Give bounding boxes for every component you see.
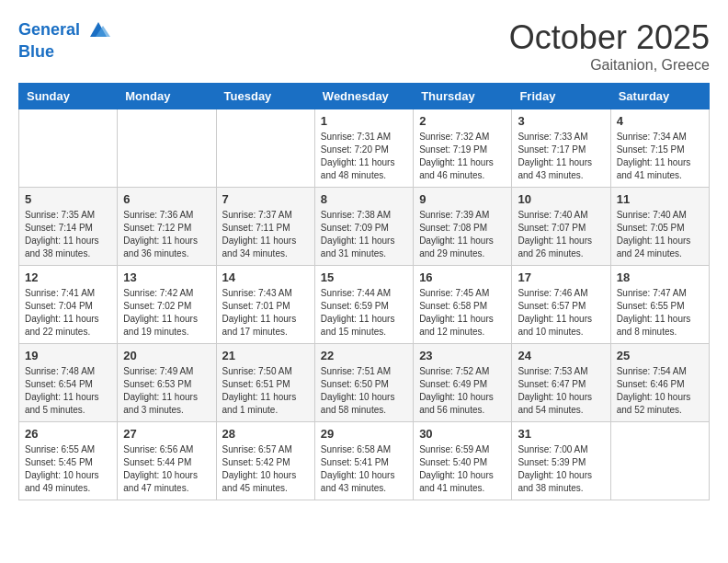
calendar-cell: 12Sunrise: 7:41 AM Sunset: 7:04 PM Dayli… (19, 266, 118, 344)
day-info: Sunrise: 6:56 AM Sunset: 5:44 PM Dayligh… (123, 443, 210, 495)
day-number: 2 (419, 114, 506, 128)
calendar-cell: 3Sunrise: 7:33 AM Sunset: 7:17 PM Daylig… (512, 109, 610, 188)
day-info: Sunrise: 7:41 AM Sunset: 7:04 PM Dayligh… (25, 287, 111, 339)
calendar-cell: 6Sunrise: 7:36 AM Sunset: 7:12 PM Daylig… (118, 188, 216, 266)
title-block: October 2025 Gaitanion, Greece (509, 18, 710, 74)
day-info: Sunrise: 7:47 AM Sunset: 6:55 PM Dayligh… (617, 287, 703, 339)
calendar-cell: 21Sunrise: 7:50 AM Sunset: 6:51 PM Dayli… (216, 344, 314, 422)
calendar-cell: 24Sunrise: 7:53 AM Sunset: 6:47 PM Dayli… (512, 344, 610, 422)
calendar-cell: 19Sunrise: 7:48 AM Sunset: 6:54 PM Dayli… (19, 344, 118, 422)
day-number: 22 (321, 349, 407, 362)
day-info: Sunrise: 7:44 AM Sunset: 6:59 PM Dayligh… (321, 287, 407, 339)
day-number: 9 (419, 192, 506, 206)
logo-icon (86, 18, 110, 42)
logo: General Blue (18, 18, 110, 62)
day-info: Sunrise: 7:40 AM Sunset: 7:07 PM Dayligh… (518, 209, 604, 260)
day-number: 31 (518, 427, 604, 441)
day-number: 6 (123, 192, 210, 206)
calendar-cell: 10Sunrise: 7:40 AM Sunset: 7:07 PM Dayli… (512, 188, 610, 266)
column-header-friday: Friday (512, 84, 610, 109)
day-number: 23 (419, 349, 506, 362)
day-info: Sunrise: 7:35 AM Sunset: 7:14 PM Dayligh… (25, 209, 111, 260)
day-info: Sunrise: 7:46 AM Sunset: 6:57 PM Dayligh… (518, 287, 604, 339)
calendar-cell: 25Sunrise: 7:54 AM Sunset: 6:46 PM Dayli… (610, 344, 709, 422)
calendar-cell: 1Sunrise: 7:31 AM Sunset: 7:20 PM Daylig… (314, 109, 413, 188)
column-header-monday: Monday (118, 84, 216, 109)
day-info: Sunrise: 7:52 AM Sunset: 6:49 PM Dayligh… (419, 365, 506, 417)
day-number: 3 (518, 114, 604, 128)
day-number: 15 (321, 270, 407, 284)
calendar-cell: 8Sunrise: 7:38 AM Sunset: 7:09 PM Daylig… (314, 188, 413, 266)
calendar-cell: 26Sunrise: 6:55 AM Sunset: 5:45 PM Dayli… (19, 422, 118, 500)
calendar-cell: 2Sunrise: 7:32 AM Sunset: 7:19 PM Daylig… (414, 109, 512, 188)
day-number: 28 (222, 427, 309, 441)
day-info: Sunrise: 7:00 AM Sunset: 5:39 PM Dayligh… (518, 443, 604, 495)
calendar-cell: 4Sunrise: 7:34 AM Sunset: 7:15 PM Daylig… (610, 109, 709, 188)
calendar-cell: 28Sunrise: 6:57 AM Sunset: 5:42 PM Dayli… (216, 422, 314, 500)
column-header-sunday: Sunday (19, 84, 118, 109)
day-number: 30 (419, 427, 506, 441)
day-info: Sunrise: 6:55 AM Sunset: 5:45 PM Dayligh… (25, 443, 111, 495)
calendar-cell: 16Sunrise: 7:45 AM Sunset: 6:58 PM Dayli… (414, 266, 512, 344)
week-row-1: 1Sunrise: 7:31 AM Sunset: 7:20 PM Daylig… (19, 109, 710, 188)
calendar-cell: 13Sunrise: 7:42 AM Sunset: 7:02 PM Dayli… (118, 266, 216, 344)
day-number: 7 (222, 192, 309, 206)
day-number: 1 (321, 114, 407, 128)
day-number: 14 (222, 270, 309, 284)
day-number: 25 (617, 349, 703, 362)
day-info: Sunrise: 7:34 AM Sunset: 7:15 PM Dayligh… (617, 131, 703, 182)
day-info: Sunrise: 7:39 AM Sunset: 7:08 PM Dayligh… (419, 209, 506, 260)
day-info: Sunrise: 7:54 AM Sunset: 6:46 PM Dayligh… (617, 365, 703, 417)
day-number: 19 (25, 349, 111, 362)
calendar-cell: 7Sunrise: 7:37 AM Sunset: 7:11 PM Daylig… (216, 188, 314, 266)
day-info: Sunrise: 7:53 AM Sunset: 6:47 PM Dayligh… (518, 365, 604, 417)
day-info: Sunrise: 6:57 AM Sunset: 5:42 PM Dayligh… (222, 443, 309, 495)
calendar-cell (118, 109, 216, 188)
location: Gaitanion, Greece (509, 57, 710, 74)
day-number: 5 (25, 192, 111, 206)
day-number: 20 (123, 349, 210, 362)
day-info: Sunrise: 6:58 AM Sunset: 5:41 PM Dayligh… (321, 443, 407, 495)
calendar-cell: 31Sunrise: 7:00 AM Sunset: 5:39 PM Dayli… (512, 422, 610, 500)
calendar-cell: 22Sunrise: 7:51 AM Sunset: 6:50 PM Dayli… (314, 344, 413, 422)
day-number: 4 (617, 114, 703, 128)
calendar-cell: 5Sunrise: 7:35 AM Sunset: 7:14 PM Daylig… (19, 188, 118, 266)
day-number: 13 (123, 270, 210, 284)
day-number: 24 (518, 349, 604, 362)
day-info: Sunrise: 6:59 AM Sunset: 5:40 PM Dayligh… (419, 443, 506, 495)
day-number: 16 (419, 270, 506, 284)
month-title: October 2025 (509, 18, 710, 57)
day-number: 17 (518, 270, 604, 284)
day-number: 12 (25, 270, 111, 284)
calendar-header-row: SundayMondayTuesdayWednesdayThursdayFrid… (19, 84, 710, 109)
column-header-wednesday: Wednesday (314, 84, 413, 109)
calendar-cell: 15Sunrise: 7:44 AM Sunset: 6:59 PM Dayli… (314, 266, 413, 344)
column-header-thursday: Thursday (414, 84, 512, 109)
page-header: General Blue October 2025 Gaitanion, Gre… (18, 18, 710, 74)
day-number: 26 (25, 427, 111, 441)
logo-line2: Blue (18, 42, 110, 62)
logo-text: General (18, 18, 110, 42)
day-info: Sunrise: 7:33 AM Sunset: 7:17 PM Dayligh… (518, 131, 604, 182)
day-number: 21 (222, 349, 309, 362)
day-info: Sunrise: 7:49 AM Sunset: 6:53 PM Dayligh… (123, 365, 210, 417)
day-info: Sunrise: 7:37 AM Sunset: 7:11 PM Dayligh… (222, 209, 309, 260)
day-number: 18 (617, 270, 703, 284)
calendar-cell: 23Sunrise: 7:52 AM Sunset: 6:49 PM Dayli… (414, 344, 512, 422)
week-row-5: 26Sunrise: 6:55 AM Sunset: 5:45 PM Dayli… (19, 422, 710, 500)
day-info: Sunrise: 7:42 AM Sunset: 7:02 PM Dayligh… (123, 287, 210, 339)
day-number: 29 (321, 427, 407, 441)
column-header-saturday: Saturday (610, 84, 709, 109)
day-number: 27 (123, 427, 210, 441)
day-info: Sunrise: 7:40 AM Sunset: 7:05 PM Dayligh… (617, 209, 703, 260)
day-info: Sunrise: 7:43 AM Sunset: 7:01 PM Dayligh… (222, 287, 309, 339)
calendar-cell (610, 422, 709, 500)
week-row-2: 5Sunrise: 7:35 AM Sunset: 7:14 PM Daylig… (19, 188, 710, 266)
day-info: Sunrise: 7:32 AM Sunset: 7:19 PM Dayligh… (419, 131, 506, 182)
calendar-cell (216, 109, 314, 188)
calendar-cell: 27Sunrise: 6:56 AM Sunset: 5:44 PM Dayli… (118, 422, 216, 500)
calendar-cell: 30Sunrise: 6:59 AM Sunset: 5:40 PM Dayli… (414, 422, 512, 500)
calendar-cell: 17Sunrise: 7:46 AM Sunset: 6:57 PM Dayli… (512, 266, 610, 344)
day-number: 11 (617, 192, 703, 206)
calendar-table: SundayMondayTuesdayWednesdayThursdayFrid… (18, 83, 710, 500)
